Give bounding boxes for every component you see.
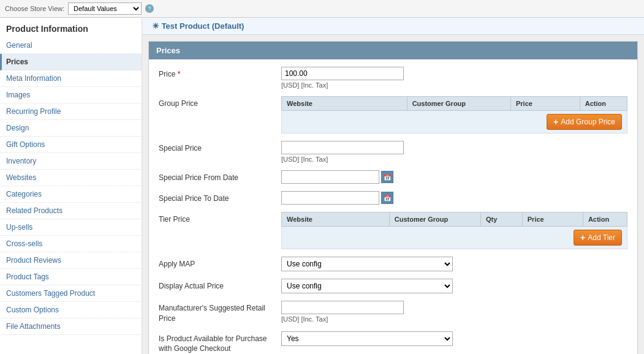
add-group-price-button[interactable]: + Add Group Price [547,114,622,130]
product-title: ☀ Test Product (Default) [152,21,244,31]
special-price-to-input[interactable] [281,191,379,205]
tier-col-action: Action [583,213,627,227]
sidebar-item-customers-tagged-product[interactable]: Customers Tagged Product [0,285,142,302]
sidebar-item-custom-options[interactable]: Custom Options [0,302,142,318]
sidebar-item-file-attachments[interactable]: File Attachments [0,318,142,335]
apply-map-label: Apply MAP [159,257,281,269]
display-actual-row: Display Actual Price Use config Yes No [159,279,627,293]
special-price-to-row: Special Price To Date 📅 [159,191,627,205]
google-checkout-row: Is Product Available for Purchase with G… [159,331,627,354]
store-view-select[interactable]: Default Values [68,2,142,15]
sidebar-item-up-sells[interactable]: Up-sells [0,219,142,236]
display-actual-select[interactable]: Use config Yes No [281,279,453,293]
sidebar-item-related-products[interactable]: Related Products [0,203,142,219]
apply-map-value: Use config Yes No [281,257,627,271]
help-icon[interactable]: ? [145,4,154,13]
price-label: Price * [159,67,281,80]
special-price-value-area: [USD] [Inc. Tax] [281,141,627,163]
group-price-table: Website Customer Group Price Action [281,96,627,134]
apply-map-row: Apply MAP Use config Yes No [159,257,627,271]
sidebar-item-product-tags[interactable]: Product Tags [0,269,142,285]
tier-action-row: + Add Tier [282,227,627,249]
msrp-label: Manufacturer's Suggested Retail Price [159,301,281,324]
tier-col-price: Price [522,213,583,227]
special-price-from-label: Special Price From Date [159,170,281,183]
special-price-from-input[interactable] [281,170,379,184]
tier-col-qty: Qty [481,213,523,227]
sidebar-item-images[interactable]: Images [0,87,142,104]
special-price-from-value: 📅 [281,170,627,184]
price-row: Price * [USD] [Inc. Tax] [159,67,627,89]
sidebar-item-gift-options[interactable]: Gift Options [0,137,142,153]
sidebar-title: Product Information [0,18,142,37]
plus-tier-icon: + [580,233,585,243]
sidebar-item-categories[interactable]: Categories [0,186,142,203]
google-checkout-select[interactable]: Yes No [281,331,453,346]
price-sublabel: [USD] [Inc. Tax] [281,81,627,89]
sidebar-item-meta-information[interactable]: Meta Information [0,70,142,87]
price-value-area: [USD] [Inc. Tax] [281,67,627,89]
price-input[interactable] [281,67,404,80]
sidebar-item-cross-sells[interactable]: Cross-sells [0,236,142,252]
google-checkout-value: Yes No [281,331,627,346]
google-checkout-label: Is Product Available for Purchase with G… [159,331,281,354]
tier-price-value-area: Website Customer Group Qty Price Action [281,212,627,249]
app-container: Choose Store View: Default Values ? Prod… [0,0,644,354]
tier-col-website: Website [282,213,390,227]
sidebar-item-inventory[interactable]: Inventory [0,153,142,170]
top-bar: Choose Store View: Default Values ? [0,0,644,18]
tier-col-customer-group: Customer Group [389,213,480,227]
sidebar-item-general[interactable]: General [0,37,142,54]
price-required-star: * [178,70,181,78]
sidebar-item-product-reviews[interactable]: Product Reviews [0,252,142,269]
apply-map-select[interactable]: Use config Yes No [281,257,453,271]
tier-action-cell: + Add Tier [282,227,627,249]
group-price-action-cell: + Add Group Price [282,111,627,134]
display-actual-value: Use config Yes No [281,279,627,293]
msrp-value-area: [USD] [Inc. Tax] [281,301,627,323]
special-price-to-value: 📅 [281,191,627,205]
group-col-action: Action [580,97,627,111]
group-col-website: Website [282,97,407,111]
form-area: Price * [USD] [Inc. Tax] Group Price [149,59,637,354]
sidebar-item-design[interactable]: Design [0,120,142,137]
tier-price-table: Website Customer Group Qty Price Action [281,212,627,249]
group-col-customer-group: Customer Group [407,97,510,111]
special-price-input[interactable] [281,141,404,154]
plus-icon: + [553,117,558,127]
add-tier-button[interactable]: + Add Tier [574,230,622,246]
group-price-label: Group Price [159,96,281,109]
tier-price-label: Tier Price [159,212,281,225]
main-layout: Product Information General Prices Meta … [0,18,644,354]
special-price-row: Special Price [USD] [Inc. Tax] [159,141,627,163]
group-price-row: Group Price Website Customer Group Price… [159,96,627,134]
msrp-input[interactable] [281,301,404,314]
special-price-sublabel: [USD] [Inc. Tax] [281,156,627,163]
group-price-value-area: Website Customer Group Price Action [281,96,627,134]
group-col-price: Price [510,97,580,111]
section-header: Prices [149,42,637,59]
msrp-sublabel: [USD] [Inc. Tax] [281,315,627,323]
special-price-label: Special Price [159,141,281,154]
display-actual-label: Display Actual Price [159,279,281,292]
calendar-from-icon[interactable]: 📅 [381,171,393,183]
special-price-from-row: Special Price From Date 📅 [159,170,627,184]
special-price-to-label: Special Price To Date [159,191,281,204]
tier-price-row: Tier Price Website Customer Group Qty Pr… [159,212,627,249]
sidebar-item-websites[interactable]: Websites [0,170,142,186]
msrp-row: Manufacturer's Suggested Retail Price [U… [159,301,627,324]
group-price-action-row: + Add Group Price [282,111,627,134]
prices-panel: Prices Price * [USD] [Inc. Tax] [148,41,638,354]
main-content: ☀ Test Product (Default) Prices Price * … [142,18,644,354]
product-title-bar: ☀ Test Product (Default) [142,18,644,35]
sidebar-item-prices[interactable]: Prices [0,54,142,70]
store-view-label: Choose Store View: [5,5,64,12]
calendar-to-icon[interactable]: 📅 [381,192,393,204]
sidebar-item-recurring-profile[interactable]: Recurring Profile [0,104,142,120]
sidebar: Product Information General Prices Meta … [0,18,142,354]
